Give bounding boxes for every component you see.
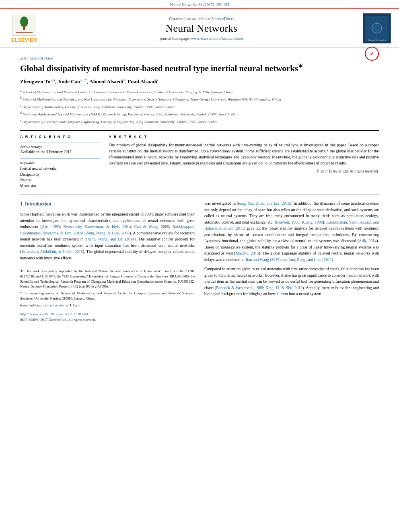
journal-header-center: Contents lists available at ScienceDirec… [48, 16, 355, 41]
abstract-heading: A B S T R A C T [109, 135, 379, 139]
title-footnote-star: ✶ [298, 63, 303, 69]
keywords-list: Inertial neural networks Dissipativity N… [20, 166, 101, 189]
available-online: Available online 3 February 2017 [20, 150, 101, 155]
keywords-label: Keywords: [20, 161, 101, 165]
ref-zhang[interactable]: Zhang, Wang, and Liu (2014) [85, 237, 136, 241]
journal-title: Neural Networks [48, 23, 355, 35]
section-divider [20, 194, 379, 195]
homepage-line: journal homepage: www.elsevier.com/locat… [48, 36, 355, 41]
sciencedirect-link[interactable]: ScienceDirect [211, 16, 234, 21]
kw-2: Dissipativity [20, 172, 101, 177]
article-info-heading: A R T I C L E I N F O [20, 135, 101, 139]
doi-link[interactable]: http://dx.doi.org/10.1016/j.neunet.2017.… [20, 312, 88, 316]
footer-doi: http://dx.doi.org/10.1016/j.neunet.2017.… [20, 312, 195, 323]
contents-available-line: Contents lists available at ScienceDirec… [48, 16, 355, 21]
author-3: Ahmed Alsaedi [89, 79, 123, 85]
footnote-email: E-mail address: jdcao@seu.edu.cn (J. Cao… [20, 303, 195, 308]
footnote-2: * Corresponding author at: School of Mat… [20, 291, 195, 301]
kw-3: Neutral [20, 177, 101, 183]
article-info-abstract: A R T I C L E I N F O Article history: A… [20, 130, 379, 189]
ref-xing[interactable]: Xing, Li, & Shu, 2012 [265, 286, 302, 290]
affil-d: d Nonlinear Analysis and Applied Mathema… [20, 111, 379, 117]
svg-point-1 [20, 16, 28, 27]
intro-heading: 1. Introduction [20, 200, 195, 208]
ref-kuang[interactable]: Kuang, 1993 [302, 220, 323, 224]
body-content: 1. Introduction Since Hopfield neural ne… [20, 200, 379, 323]
ref-jian[interactable]: Jian and Wang (2015) [245, 257, 281, 262]
article-history-label: Article history: [20, 145, 101, 149]
ref-zeng[interactable]: Zeng, Wang, & Liao, 2003 [86, 231, 130, 235]
journal-header: ELSEVIER Contents lists available at Sci… [0, 8, 399, 48]
ref-brayton[interactable]: Brayton, 1966 [276, 220, 299, 224]
footnote-1: ✶ This work was jointly supported by the… [20, 269, 195, 289]
author-1: Zhengwen Tu [20, 79, 51, 85]
author-2: Jinde Cao [58, 79, 80, 85]
affil-c: c Department of Mathematics, Faculty of … [20, 103, 379, 110]
ref-mazenc[interactable]: Mazenc, 2015 [236, 251, 259, 255]
crossmark-badge[interactable]: ✓ [365, 47, 379, 61]
authors-line: Zhengwen Tua,b, Jinde Caoa,c,*, Ahmed Al… [20, 78, 379, 85]
homepage-url[interactable]: www.elsevier.com/locate/neunet [191, 36, 243, 41]
body-left-col: 1. Introduction Since Hopfield neural ne… [20, 200, 195, 323]
author-4: Fuad Alsaadi [128, 79, 157, 85]
ref-babcock[interactable]: Babcock & Westervelt, 1986 [216, 286, 263, 290]
abstract-copyright: © 2017 Elsevier Ltd. All rights reserved… [109, 169, 379, 173]
ref-song[interactable]: Song, Yan, Zhao, and Liu (2016) [237, 201, 291, 205]
affil-b: b School of Mathematics and Statistics, … [20, 96, 379, 103]
svg-rect-2 [23, 26, 25, 30]
affil-a: a School of Mathematics, and Research Ce… [20, 88, 379, 95]
affil-e: e Department of Electrical and Computer … [20, 118, 379, 125]
ref-arik[interactable]: Arik, 2014 [359, 238, 376, 243]
email-link[interactable]: jdcao@seu.edu.cn [43, 303, 68, 307]
ref-cao-wang[interactable]: Cao & Wang, 2005 [134, 224, 169, 229]
elsevier-logo: ELSEVIER [8, 14, 40, 43]
issn-text: 0893-6080/© 2017 Elsevier Ltd. All right… [20, 318, 96, 322]
ref-esfandiari[interactable]: Esfandiari, Abdollahi, & Talebi, 2015 [21, 249, 83, 254]
abstract-col: A B S T R A C T The problem of global di… [109, 135, 379, 189]
kw-4: Memristor [20, 183, 101, 189]
info-divider-2 [20, 158, 101, 158]
special-issue-label: 2017 Special Issue [20, 52, 379, 60]
elsevier-wordmark: ELSEVIER [11, 37, 37, 43]
body-right-col: was investigated in Song, Yan, Zhao, and… [204, 200, 379, 323]
ref-abe1993[interactable]: Abe, 1993 [42, 224, 60, 229]
elsevier-logo-graphic [12, 14, 36, 36]
ref-luo[interactable]: Luo, Zeng, and Liao (2011) [288, 257, 333, 262]
journal-thumbnail: Neural Networks [363, 13, 391, 43]
abstract-text: The problem of global dissipativity for … [109, 142, 379, 166]
main-content: 2017 Special Issue ✓ Global dissipativit… [0, 48, 399, 331]
intro-para-3: Compared to attention given to neural ne… [204, 266, 379, 297]
journal-reference: Neural Networks 88 (2017) 125–133 [0, 0, 399, 8]
ref-berezansky[interactable]: Berezansky, Braverman, & Idels, 2014 [63, 224, 131, 229]
info-divider [20, 142, 101, 142]
kw-1: Inertial neural networks [20, 166, 101, 171]
footnote-section: ✶ This work was jointly supported by the… [20, 266, 195, 308]
intro-para-2: was investigated in Song, Yan, Zhao, and… [204, 200, 379, 263]
paper-title: Global dissipativity of memristor-based … [20, 63, 379, 74]
article-info-col: A R T I C L E I N F O Article history: A… [20, 135, 101, 189]
intro-para-1: Since Hopfield neural network was implem… [20, 211, 195, 261]
affiliations: a School of Mathematics, and Research Ce… [20, 88, 379, 125]
svg-text:Neural Networks: Neural Networks [368, 39, 386, 41]
